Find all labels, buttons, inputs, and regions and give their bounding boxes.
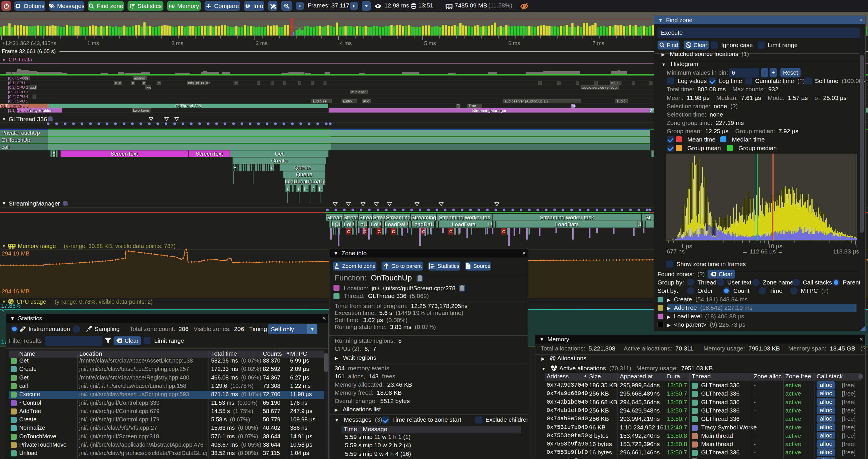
svg-text:+12:31 362,643,435ns: +12:31 362,643,435ns xyxy=(2,40,56,46)
svg-text:[0:1] CPU 1: [0:1] CPU 1 xyxy=(8,81,28,85)
svg-text:GLThread 336: GLThread 336 xyxy=(9,116,47,122)
svg-text:LoU: LoU xyxy=(371,221,381,227)
svg-text:294.19 MB: 294.19 MB xyxy=(2,250,30,257)
svg-text:LoadDaU: LoadDaU xyxy=(412,221,435,227)
svg-text:(y-range: 0.78%, visible data: (y-range: 0.78%, visible data points: 2) xyxy=(55,299,153,305)
svg-text:PrivateTouchUp: PrivateTouchUp xyxy=(1,130,40,136)
svg-text:▼: ▼ xyxy=(2,117,6,122)
svg-text:Au: Au xyxy=(571,104,576,108)
svg-text:17.86%: 17.86% xyxy=(1,302,21,309)
svg-text:Streaming: Streaming xyxy=(386,215,411,221)
svg-text:Strean: Strean xyxy=(326,215,342,221)
svg-text:OnTouchUp: OnTouchUp xyxy=(1,137,30,143)
svg-text:GLThread 336: GLThread 336 xyxy=(175,104,201,108)
svg-text:St: St xyxy=(645,215,651,221)
svg-text:Frame 32,661 (6.05 s): Frame 32,661 (6.05 s) xyxy=(2,48,56,54)
svg-text:audioserver (AudioOut_D): audioserver (AudioOut_D) xyxy=(504,99,548,103)
svg-text:[0:3] CPU 3: [0:3] CPU 3 xyxy=(8,90,28,94)
svg-text:(: ( xyxy=(298,186,300,191)
svg-text:U: U xyxy=(294,179,298,185)
svg-text:cds_ol_rx_thr: cds_ol_rx_thr xyxy=(188,81,211,85)
svg-text:2 ms: 2 ms xyxy=(172,40,183,46)
svg-text:CPU data: CPU data xyxy=(9,57,32,63)
svg-text:C: C xyxy=(347,229,350,234)
svg-text:audios: audios xyxy=(134,76,145,80)
svg-text:4 ms: 4 ms xyxy=(340,40,351,46)
svg-text:(: ( xyxy=(287,186,289,191)
svg-text:c: c xyxy=(119,81,121,85)
svg-text:c: c xyxy=(143,81,145,85)
svg-text:[0:5] CPU 5: [0:5] CPU 5 xyxy=(8,99,28,103)
svg-text:3 ms: 3 ms xyxy=(256,40,268,46)
svg-text:C: C xyxy=(392,229,395,234)
svg-text:1 ms: 1 ms xyxy=(87,40,99,46)
svg-text:c: c xyxy=(235,81,237,85)
svg-text:Up: Up xyxy=(319,179,326,185)
svg-text:Create: Create xyxy=(271,158,287,164)
svg-text:Streaming worker tas: Streaming worker tas xyxy=(439,215,490,221)
svg-text:ScreenText: ScreenText xyxy=(111,151,138,157)
svg-text:Queue: Queue xyxy=(296,171,312,177)
svg-text:call: call xyxy=(1,144,10,150)
svg-text:audio.se: audio.se xyxy=(312,99,327,103)
svg-text:Strea: Strea xyxy=(359,215,372,221)
svg-text:[1:0] CPU 6: [1:0] CPU 6 xyxy=(8,104,28,108)
svg-text:S: S xyxy=(52,152,56,157)
svg-text:GLT: GLT xyxy=(0,104,8,108)
svg-text:T|: T| xyxy=(457,104,460,108)
svg-text:audioser: audioser xyxy=(351,90,366,94)
svg-text:▼: ▼ xyxy=(2,243,6,248)
svg-text:|~: |~ xyxy=(304,186,308,191)
svg-text:E: E xyxy=(233,165,237,170)
svg-text:(y-range: 30.88 KB, visible da: (y-range: 30.88 KB, visible data points:… xyxy=(64,243,176,249)
svg-text:auc: auc xyxy=(363,99,369,103)
svg-text:StreamingManager: StreamingManager xyxy=(472,108,506,113)
svg-text:LoU: LoU xyxy=(358,221,368,227)
svg-text:mi_t: mi_t xyxy=(611,81,618,85)
svg-text:c: c xyxy=(115,81,117,85)
svg-text:Streaming worker task: Streaming worker task xyxy=(540,215,594,221)
svg-text:StreamingManager: StreamingManager xyxy=(9,200,60,207)
svg-text:LoadData: LoadData xyxy=(555,221,579,227)
svg-text:L(U: L(U xyxy=(332,221,341,227)
svg-text:[0:2] CPU 2: [0:2] CPU 2 xyxy=(8,85,28,90)
svg-text:Loa: Loa xyxy=(298,179,307,185)
svg-text:kw: kw xyxy=(147,85,151,90)
svg-text:U: U xyxy=(638,221,641,227)
svg-text:LoU: LoU xyxy=(344,221,354,227)
svg-text:C: C xyxy=(378,229,381,234)
svg-text:C: C xyxy=(502,229,505,234)
svg-text:Loa: Loa xyxy=(285,179,294,185)
svg-text:Strea: Strea xyxy=(373,215,386,221)
svg-text:LoadData: LoadData xyxy=(452,221,476,227)
svg-text:Memory usage: Memory usage xyxy=(18,243,56,249)
svg-text:(: ( xyxy=(271,165,273,170)
svg-text:▼: ▼ xyxy=(2,201,6,206)
svg-text:Streaming: Streaming xyxy=(411,215,436,221)
svg-text:audio.: audio. xyxy=(343,99,353,103)
svg-text:audio.service (effect): audio.service (effect) xyxy=(582,85,617,90)
svg-text:audio: audio xyxy=(616,99,626,103)
svg-text:c: c xyxy=(132,81,134,85)
svg-text:6 ms: 6 ms xyxy=(508,40,520,46)
svg-text:|-: |- xyxy=(319,186,322,191)
svg-text:Trac: Trac xyxy=(468,104,476,108)
svg-text:5 ms: 5 ms xyxy=(424,40,436,46)
svg-text:LoadDaU: LoadDaU xyxy=(385,221,408,227)
svg-text:U: U xyxy=(488,221,492,227)
svg-text:aud: aud xyxy=(30,85,36,90)
svg-text:[0:4] CPU 4: [0:4] CPU 4 xyxy=(8,94,28,99)
svg-text:kworker/u: kworker/u xyxy=(133,108,149,112)
svg-text:CPU usage: CPU usage xyxy=(17,299,46,305)
svg-text:ScreenText: ScreenText xyxy=(195,151,223,157)
svg-text:Tracy Profiler: Tracy Profiler xyxy=(28,108,52,113)
svg-text:(: ( xyxy=(312,186,314,191)
svg-text:Queue: Queue xyxy=(294,164,310,170)
svg-text:[1:1] CPU 7: [1:1] CPU 7 xyxy=(8,108,28,112)
svg-text:[0:0] CPU 0: [0:0] CPU 0 xyxy=(8,76,28,80)
svg-text:Get: Get xyxy=(275,151,284,157)
svg-text:294.16 MB: 294.16 MB xyxy=(2,288,30,295)
svg-text:7 ms: 7 ms xyxy=(593,40,604,46)
svg-text:Strear: Strear xyxy=(343,215,359,221)
svg-text:C: C xyxy=(450,229,453,234)
